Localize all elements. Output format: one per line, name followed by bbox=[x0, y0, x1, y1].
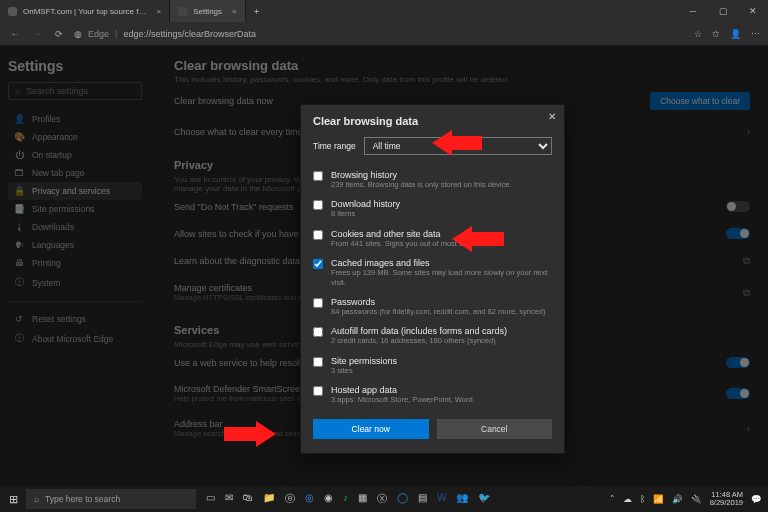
cancel-button[interactable]: Cancel bbox=[437, 419, 553, 439]
bluetooth-icon[interactable]: ᛒ bbox=[640, 494, 645, 504]
titlebar: OnMSFT.com | Your top source f… × Settin… bbox=[0, 0, 768, 22]
option-desc: 2 credit cards, 16 addresses, 180 others… bbox=[331, 336, 507, 345]
url-box[interactable]: ◍ Edge | edge://settings/clearBrowserDat… bbox=[74, 29, 686, 39]
url-text: edge://settings/clearBrowserData bbox=[123, 29, 256, 39]
task-view-icon[interactable]: ▭ bbox=[206, 492, 215, 506]
option-title: Autofill form data (includes forms and c… bbox=[331, 326, 507, 336]
checkbox[interactable] bbox=[313, 327, 323, 337]
checkbox[interactable] bbox=[313, 259, 323, 269]
clock[interactable]: 11:48 AM 8/29/2019 bbox=[710, 491, 743, 508]
time-range-label: Time range bbox=[313, 141, 356, 151]
maximize-button[interactable]: ▢ bbox=[708, 0, 738, 22]
chrome-icon[interactable]: ◉ bbox=[324, 492, 333, 506]
refresh-button[interactable]: ⟳ bbox=[52, 29, 66, 39]
option-title: Site permissions bbox=[331, 356, 397, 366]
url-scheme: Edge bbox=[88, 29, 109, 39]
tray-up-icon[interactable]: ˄ bbox=[610, 494, 615, 504]
option-title: Download history bbox=[331, 199, 400, 209]
option-desc: 3 sites bbox=[331, 366, 397, 375]
close-icon[interactable]: × bbox=[156, 7, 161, 16]
back-button[interactable]: ← bbox=[8, 29, 22, 39]
clear-option-download-history[interactable]: Download history8 items bbox=[313, 194, 552, 223]
clear-option-cached-images-and-files[interactable]: Cached images and filesFrees up 139 MB. … bbox=[313, 253, 552, 292]
windows-taskbar: ⊞ ⌕ Type here to search ▭ ✉ 🛍 📁 ⓔ ◎ ◉ ♪ … bbox=[0, 486, 768, 512]
favorites-icon[interactable]: ✩ bbox=[712, 29, 720, 39]
time-range-select[interactable]: All time bbox=[364, 137, 552, 155]
tweetdeck-icon[interactable]: 🐦 bbox=[478, 492, 490, 506]
system-tray: ˄ ☁ ᛒ 📶 🔊 🔌 11:48 AM 8/29/2019 💬 bbox=[610, 491, 768, 508]
tab-onmsft[interactable]: OnMSFT.com | Your top source f… × bbox=[0, 0, 170, 22]
option-desc: 3 apps: Microsoft Store, PowerPoint, Wor… bbox=[331, 395, 475, 404]
app-icon[interactable]: ▤ bbox=[418, 492, 427, 506]
volume-icon[interactable]: 🔊 bbox=[672, 494, 683, 504]
tab-label: Settings bbox=[193, 7, 222, 16]
option-desc: 239 items. Browsing data is only stored … bbox=[331, 180, 512, 189]
window-controls: ─ ▢ ✕ bbox=[678, 0, 768, 22]
power-icon[interactable]: 🔌 bbox=[691, 494, 702, 504]
option-title: Cached images and files bbox=[331, 258, 552, 268]
profile-icon[interactable]: 👤 bbox=[730, 29, 741, 39]
dialog-title: Clear browsing data bbox=[313, 115, 552, 127]
taskbar-search[interactable]: ⌕ Type here to search bbox=[26, 489, 196, 509]
close-icon[interactable]: × bbox=[232, 7, 237, 16]
clear-browsing-data-dialog: ✕ Clear browsing data Time range All tim… bbox=[300, 104, 565, 454]
browser-window: OnMSFT.com | Your top source f… × Settin… bbox=[0, 0, 768, 512]
xbox-icon[interactable]: ⓧ bbox=[377, 492, 387, 506]
wifi-icon[interactable]: 📶 bbox=[653, 494, 664, 504]
tab-label: OnMSFT.com | Your top source f… bbox=[23, 7, 146, 16]
option-desc: 84 passwords (for fidelity.com, reddit.c… bbox=[331, 307, 546, 316]
checkbox[interactable] bbox=[313, 200, 323, 210]
menu-icon[interactable]: ⋯ bbox=[751, 29, 760, 39]
favicon bbox=[8, 7, 17, 16]
checkbox[interactable] bbox=[313, 171, 323, 181]
start-button[interactable]: ⊞ bbox=[0, 493, 26, 506]
option-title: Passwords bbox=[331, 297, 546, 307]
option-desc: From 441 sites. Signs you out of most si… bbox=[331, 239, 476, 248]
clear-option-cookies-and-other-site-data[interactable]: Cookies and other site dataFrom 441 site… bbox=[313, 224, 552, 253]
close-button[interactable]: ✕ bbox=[738, 0, 768, 22]
new-tab-button[interactable]: ＋ bbox=[246, 0, 268, 22]
close-icon[interactable]: ✕ bbox=[548, 111, 556, 122]
notifications-icon[interactable]: 💬 bbox=[751, 494, 762, 504]
option-desc: Frees up 139 MB. Some sites may load mor… bbox=[331, 268, 552, 287]
favicon bbox=[178, 7, 187, 16]
onedrive-icon[interactable]: ☁ bbox=[623, 494, 632, 504]
word-icon[interactable]: W bbox=[437, 492, 446, 506]
favorite-icon[interactable]: ☆ bbox=[694, 29, 702, 39]
option-title: Cookies and other site data bbox=[331, 229, 476, 239]
edge-legacy-icon[interactable]: ⓔ bbox=[285, 492, 295, 506]
search-icon: ⌕ bbox=[34, 494, 39, 504]
option-desc: 8 items bbox=[331, 209, 400, 218]
clear-now-button[interactable]: Clear now bbox=[313, 419, 429, 439]
clear-option-hosted-app-data[interactable]: Hosted app data3 apps: Microsoft Store, … bbox=[313, 380, 552, 409]
app-icon[interactable]: ▦ bbox=[358, 492, 367, 506]
clear-option-site-permissions[interactable]: Site permissions3 sites bbox=[313, 351, 552, 380]
clear-option-browsing-history[interactable]: Browsing history239 items. Browsing data… bbox=[313, 165, 552, 194]
address-bar: ← → ⟳ ◍ Edge | edge://settings/clearBrow… bbox=[0, 22, 768, 46]
edge-icon[interactable]: ◎ bbox=[305, 492, 314, 506]
store-icon[interactable]: 🛍 bbox=[243, 492, 253, 506]
checkbox[interactable] bbox=[313, 386, 323, 396]
cortana-icon[interactable]: ◯ bbox=[397, 492, 408, 506]
clear-option-passwords[interactable]: Passwords84 passwords (for fidelity.com,… bbox=[313, 292, 552, 321]
checkbox[interactable] bbox=[313, 298, 323, 308]
teams-icon[interactable]: 👥 bbox=[456, 492, 468, 506]
spotify-icon[interactable]: ♪ bbox=[343, 492, 348, 506]
search-placeholder: Type here to search bbox=[45, 494, 120, 504]
checkbox[interactable] bbox=[313, 230, 323, 240]
option-title: Browsing history bbox=[331, 170, 512, 180]
scheme-icon: ◍ bbox=[74, 29, 82, 39]
checkbox[interactable] bbox=[313, 357, 323, 367]
mail-icon[interactable]: ✉ bbox=[225, 492, 233, 506]
minimize-button[interactable]: ─ bbox=[678, 0, 708, 22]
clear-option-autofill-form-data-includes-forms-and-cards-[interactable]: Autofill form data (includes forms and c… bbox=[313, 321, 552, 350]
forward-button[interactable]: → bbox=[30, 29, 44, 39]
option-title: Hosted app data bbox=[331, 385, 475, 395]
explorer-icon[interactable]: 📁 bbox=[263, 492, 275, 506]
taskbar-apps: ▭ ✉ 🛍 📁 ⓔ ◎ ◉ ♪ ▦ ⓧ ◯ ▤ W 👥 🐦 bbox=[196, 492, 490, 506]
tab-settings[interactable]: Settings × bbox=[170, 0, 246, 22]
